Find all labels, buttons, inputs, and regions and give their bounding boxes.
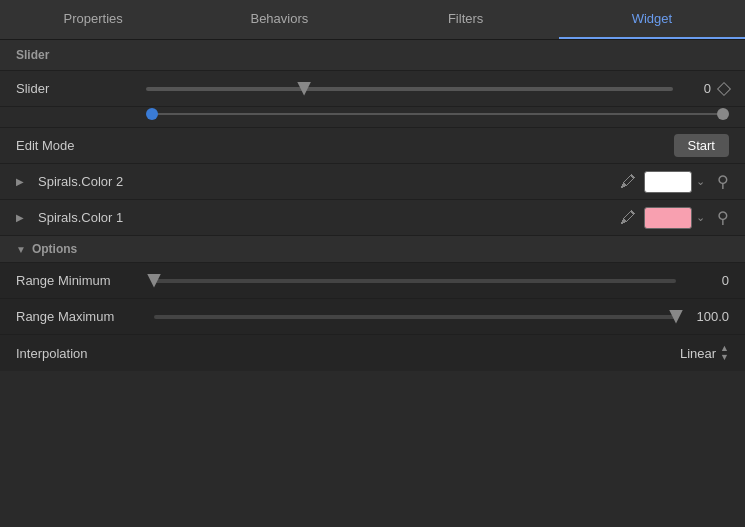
slider-row: Slider 0	[0, 71, 745, 107]
slider-section-header: Slider	[0, 40, 745, 71]
range-min-row: Range Minimum 0	[0, 263, 745, 299]
range-dot-blue[interactable]	[146, 108, 158, 120]
spirals-color2-row: ▶ Spirals.Color 2 🖍 ⌄ ⚲	[0, 164, 745, 200]
spirals2-chevron-icon[interactable]: ⌄	[696, 175, 705, 188]
spirals1-chevron-icon[interactable]: ⌄	[696, 211, 705, 224]
range-min-label: Range Minimum	[16, 273, 146, 288]
interpolation-select[interactable]: Linear ▲ ▼	[680, 344, 729, 362]
slider-label: Slider	[16, 81, 146, 96]
spirals2-color-container: ⌄	[644, 171, 705, 193]
spirals1-color-swatch[interactable]	[644, 207, 692, 229]
spirals1-expand-arrow[interactable]: ▶	[16, 212, 30, 223]
widget-panel: Slider Slider 0 Edit Mode Start ▶	[0, 40, 745, 371]
range-max-value: 100.0	[684, 309, 729, 324]
tab-widget[interactable]: Widget	[559, 0, 745, 39]
spirals1-color-container: ⌄	[644, 207, 705, 229]
options-expand-arrow: ▼	[16, 244, 26, 255]
tab-bar: Properties Behaviors Filters Widget	[0, 0, 745, 40]
range-min-track[interactable]	[154, 279, 676, 283]
options-header[interactable]: ▼ Options	[0, 236, 745, 263]
range-max-row: Range Maximum 100.0	[0, 299, 745, 335]
interpolation-stepper-icon[interactable]: ▲ ▼	[720, 344, 729, 362]
eyedropper1-icon[interactable]: 🖍	[620, 209, 636, 227]
slider-thumb[interactable]	[297, 82, 311, 96]
edit-mode-label: Edit Mode	[16, 138, 146, 153]
interpolation-label: Interpolation	[16, 346, 146, 361]
range-dots-inner	[146, 107, 729, 121]
tab-behaviors[interactable]: Behaviors	[186, 0, 372, 39]
spirals2-color-swatch[interactable]	[644, 171, 692, 193]
spirals1-label: Spirals.Color 1	[38, 210, 612, 225]
spirals2-expand-arrow[interactable]: ▶	[16, 176, 30, 187]
range-dot-gray[interactable]	[717, 108, 729, 120]
spirals2-label: Spirals.Color 2	[38, 174, 612, 189]
slider-track-area: 0	[146, 81, 729, 96]
tab-filters[interactable]: Filters	[373, 0, 559, 39]
range-max-thumb[interactable]	[669, 310, 683, 324]
spirals2-person-icon[interactable]: ⚲	[717, 172, 729, 191]
spirals-color1-row: ▶ Spirals.Color 1 🖍 ⌄ ⚲	[0, 200, 745, 236]
range-dots-wrapper	[0, 107, 745, 128]
tab-properties[interactable]: Properties	[0, 0, 186, 39]
range-max-track[interactable]	[154, 315, 676, 319]
dots-line	[152, 113, 723, 115]
start-button[interactable]: Start	[674, 134, 729, 157]
spirals1-person-icon[interactable]: ⚲	[717, 208, 729, 227]
keyframe-diamond[interactable]	[717, 81, 731, 95]
slider-track[interactable]	[146, 87, 673, 91]
slider-value: 0	[681, 81, 711, 96]
range-min-thumb[interactable]	[147, 274, 161, 288]
eyedropper2-icon[interactable]: 🖍	[620, 173, 636, 191]
options-label: Options	[32, 242, 77, 256]
range-max-label: Range Maximum	[16, 309, 146, 324]
range-min-value: 0	[684, 273, 729, 288]
interpolation-value: Linear	[680, 346, 716, 361]
edit-mode-row: Edit Mode Start	[0, 128, 745, 164]
interpolation-row: Interpolation Linear ▲ ▼	[0, 335, 745, 371]
